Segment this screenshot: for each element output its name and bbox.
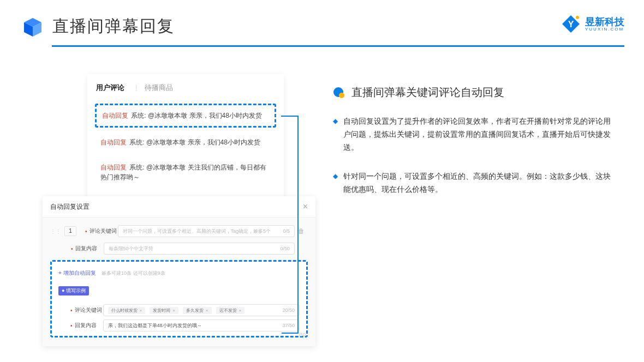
brand-logo: Y 昱新科技 YUUXIN.COM [561, 14, 624, 34]
brand-name: 昱新科技 [585, 17, 624, 27]
diamond-icon: ◆ [333, 170, 338, 196]
comment-item-highlighted: 自动回复 系统: @冰墩墩本墩 亲亲，我们48小时内发货 [95, 104, 276, 128]
close-icon[interactable]: × [303, 202, 308, 212]
ex-content-input[interactable]: 亲，我们这边都是下单48小时内发货的哦～37/50 [103, 319, 300, 331]
keyword-label: 评论关键词 [90, 227, 118, 235]
comment-text: @冰墩墩本墩 亲亲，我们48小时内发货 [146, 138, 260, 146]
sys-prefix: 系统: [129, 138, 144, 146]
connector-line [281, 116, 299, 117]
delete-icon[interactable]: 🗑 [295, 227, 308, 235]
settings-card: 自动回复设置 × ⋮⋮ 1 • 评论关键词 对同一个问题，可设置多个相近、高频的… [43, 196, 315, 346]
content-label: 回复内容 [75, 245, 104, 252]
outer-counter: /50 [299, 332, 306, 337]
ex-keyword-input[interactable]: 什么时候发货× 发货时间× 多久发货× 迟不发货× 20/50 [103, 304, 300, 316]
brand-sub: YUUXIN.COM [585, 27, 624, 32]
tab-user-comments[interactable]: 用户评论 [96, 83, 124, 93]
svg-point-5 [576, 16, 579, 19]
section-title: 直播间弹幕关键词评论自动回复 [351, 85, 504, 100]
add-hint: 最多可建10条 还可以创建9条 [102, 270, 165, 276]
connector-line [282, 333, 298, 334]
comment-item: 自动回复 系统: @冰墩墩本墩 亲亲，我们48小时内发货 [95, 132, 276, 153]
drag-handle-icon[interactable]: ⋮⋮ [50, 228, 61, 234]
row-number: 1 [64, 226, 76, 236]
bullet-item: ◆ 自动回复设置为了提升作者的评论回复效率，作者可在开播前针对常见的评论用户问题… [333, 115, 617, 154]
diamond-icon: ◆ [333, 115, 338, 154]
tag-chip[interactable]: 迟不发货× [216, 307, 245, 314]
settings-title: 自动回复设置 [50, 202, 90, 212]
tab-pending-products[interactable]: 待播商品 [145, 83, 173, 93]
example-box: + 增加自动回复 最多可建10条 还可以创建9条 ● 填写示例 • 评论关键词 … [50, 260, 308, 337]
page-title: 直播间弹幕回复 [52, 15, 175, 38]
bullet-item: ◆ 针对同一个问题，可设置多个相近的、高频的关键词。例如：这款多少钱、这块能优惠… [333, 170, 617, 196]
keyword-input[interactable]: 对同一个问题，可设置多个相近、高频的关键词，Tag确定，最多5个0/5 [118, 225, 295, 237]
ex-keyword-label: 评论关键词 [75, 306, 103, 314]
autoreply-tag: 自动回复 [100, 164, 127, 171]
comment-text: @冰墩墩本墩 亲亲，我们48小时内发货 [148, 112, 262, 119]
tag-chip[interactable]: 多久发货× [183, 307, 212, 314]
add-autoreply-link[interactable]: + 增加自动回复 [58, 269, 96, 277]
content-input[interactable]: 每条限50个中文字符0/50 [104, 243, 295, 255]
ex-content-label: 回复内容 [75, 322, 103, 329]
svg-point-7 [339, 93, 344, 98]
svg-text:Y: Y [568, 20, 574, 29]
section-bullet-icon [333, 87, 345, 99]
autoreply-tag: 自动回复 [100, 138, 127, 146]
sys-prefix: 系统: [129, 164, 144, 171]
tag-chip[interactable]: 发货时间× [150, 307, 178, 314]
bullet-text: 针对同一个问题，可设置多个相近的、高频的关键词。例如：这款多少钱、这块能优惠吗、… [343, 170, 611, 196]
example-badge: ● 填写示例 [58, 286, 89, 295]
comment-item: 自动回复 系统: @冰墩墩本墩 关注我们的店铺，每日都有热门推荐哟～ [95, 157, 276, 188]
bullet-text: 自动回复设置为了提升作者的评论回复效率，作者可在开播前针对常见的评论用户问题，提… [343, 115, 611, 154]
comments-card: 用户评论 | 待播商品 自动回复 系统: @冰墩墩本墩 亲亲，我们48小时内发货… [87, 74, 284, 200]
autoreply-tag: 自动回复 [102, 112, 128, 119]
cube-icon [22, 16, 44, 38]
tag-chip[interactable]: 什么时候发货× [108, 307, 146, 314]
sys-prefix: 系统: [131, 112, 146, 119]
connector-line [297, 116, 299, 334]
